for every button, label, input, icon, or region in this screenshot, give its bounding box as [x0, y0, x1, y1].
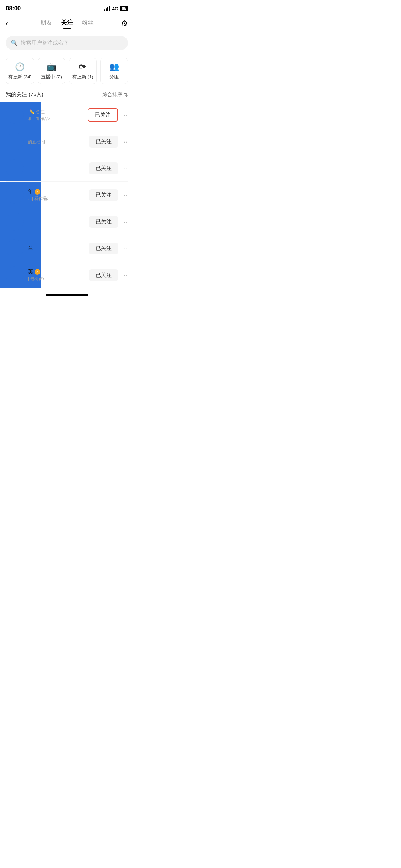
search-placeholder: 搜索用户备注或名字 — [21, 40, 69, 46]
list-item: 英 ✓ | 进橱窗› 已关注 ··· — [0, 262, 134, 288]
filter-card-updates[interactable]: 🕐 有更新 (34) — [6, 58, 34, 84]
follow-button[interactable]: 已关注 — [88, 108, 118, 122]
avatar — [6, 239, 24, 257]
user-item-7: 英 ✓ | 进橱窗› 已关注 ··· — [0, 262, 134, 288]
avatar — [6, 159, 24, 177]
avatar — [6, 213, 24, 231]
user-info: 英 ✓ | 进橱窗› — [28, 268, 85, 282]
action-row: 已关注 ··· — [89, 162, 128, 174]
user-name-row: ✏️ 备注 — [28, 108, 83, 115]
signal-icon — [104, 6, 110, 11]
nav-tabs: 朋友 关注 粉丝 — [17, 19, 117, 28]
more-button[interactable]: ··· — [121, 244, 128, 253]
action-row: 已关注 ··· — [89, 216, 128, 228]
avatar — [6, 186, 24, 204]
network-label: 4G — [112, 6, 118, 11]
user-info — [28, 168, 85, 169]
user-item-3: 已关注 ··· — [0, 155, 134, 181]
note-row: ✏️ 备注 — [29, 109, 45, 115]
filter-cards: 🕐 有更新 (34) 📺 直播中 (2) 🛍 有上新 (1) 👥 分组 — [0, 53, 134, 88]
back-button[interactable]: ‹ — [6, 19, 17, 28]
follow-button[interactable]: 已关注 — [89, 136, 118, 148]
user-meta: 的直播间… — [28, 139, 85, 145]
more-button[interactable]: ··· — [121, 218, 128, 226]
clock-icon: 🕐 — [15, 62, 25, 72]
filter-card-group[interactable]: 👥 分组 — [100, 58, 128, 84]
filter-label-group: 分组 — [109, 74, 119, 80]
user-item-5: 已关注 ··· — [0, 208, 134, 235]
follows-header: 我的关注 (76人) 综合排序 ⇅ — [0, 88, 134, 102]
avatar — [6, 266, 24, 284]
follow-button[interactable]: 已关注 — [89, 189, 118, 201]
more-button[interactable]: ··· — [121, 138, 128, 146]
follow-button[interactable]: 已关注 — [89, 243, 118, 254]
user-info: 兰 — [28, 245, 85, 252]
sort-label-text: 综合排序 — [102, 92, 122, 98]
shop-icon: 🛍 — [79, 62, 87, 72]
user-info — [28, 221, 85, 222]
sort-icon: ⇅ — [124, 92, 128, 98]
more-button[interactable]: ··· — [121, 164, 128, 172]
user-name-row: 年 ✓ — [28, 188, 85, 195]
user-item-1: ✏️ 备注 看 | 看作品› 已关注 ··· — [0, 102, 134, 128]
follow-button[interactable]: 已关注 — [89, 269, 118, 281]
edit-icon: ✏️ — [29, 109, 35, 114]
more-button[interactable]: ··· — [121, 111, 128, 119]
user-meta: | 进橱窗› — [28, 276, 85, 282]
follows-count: 我的关注 (76人) — [6, 91, 43, 98]
tab-following[interactable]: 关注 — [61, 19, 73, 28]
user-meta: …| 看作品› — [28, 196, 85, 202]
search-bar[interactable]: 🔍 搜索用户备注或名字 — [6, 36, 128, 50]
list-item: 已关注 ··· — [0, 155, 134, 181]
action-row: 已关注 ··· — [89, 269, 128, 281]
tab-fans[interactable]: 粉丝 — [82, 19, 94, 28]
see-works[interactable]: 看作品› — [34, 196, 48, 201]
list-item: 兰 已关注 ··· — [0, 235, 134, 262]
user-name: 兰 — [28, 245, 33, 252]
search-icon: 🔍 — [11, 40, 18, 46]
more-button[interactable]: ··· — [121, 191, 128, 199]
action-row: 已关注 ··· — [89, 189, 128, 201]
nav-header: ‹ 朋友 关注 粉丝 ⚙ — [0, 16, 134, 32]
tab-friends[interactable]: 朋友 — [40, 19, 52, 28]
live-icon: 📺 — [47, 62, 56, 72]
home-indicator — [46, 294, 88, 296]
avatar — [6, 133, 24, 150]
filter-card-live[interactable]: 📺 直播中 (2) — [38, 58, 66, 84]
user-list: ✏️ 备注 看 | 看作品› 已关注 ··· 的直播间… — [0, 102, 134, 288]
user-info: 的直播间… — [28, 138, 85, 145]
filter-label-live: 直播中 (2) — [41, 74, 62, 80]
action-row: 已关注 ··· — [89, 243, 128, 254]
list-item: 年 ✓ …| 看作品› 已关注 ··· — [0, 182, 134, 208]
list-item: ✏️ 备注 看 | 看作品› 已关注 ··· — [0, 102, 134, 128]
verified-badge: ✓ — [35, 189, 40, 195]
avatar — [6, 106, 24, 124]
list-item: 的直播间… 已关注 ··· — [0, 128, 134, 155]
user-name-row: 英 ✓ — [28, 268, 85, 275]
action-row: 已关注 ··· — [89, 136, 128, 148]
verified-badge: ✓ — [35, 269, 40, 275]
user-name: 年 — [28, 188, 33, 195]
user-item-2: 的直播间… 已关注 ··· — [0, 128, 134, 155]
action-row: 已关注 ··· — [88, 108, 128, 122]
battery-badge: 95 — [120, 6, 128, 11]
user-meta: 看 | 看作品› — [28, 116, 83, 122]
status-time: 08:00 — [6, 5, 21, 12]
filter-card-new[interactable]: 🛍 有上新 (1) — [69, 58, 97, 84]
follow-button[interactable]: 已关注 — [89, 162, 118, 174]
user-info: 年 ✓ …| 看作品› — [28, 188, 85, 202]
enter-shop[interactable]: 进橱窗› — [30, 276, 44, 281]
note-label: 备注 — [36, 109, 45, 115]
see-works[interactable]: 看作品› — [36, 116, 50, 121]
follow-button[interactable]: 已关注 — [89, 216, 118, 228]
more-button[interactable]: ··· — [121, 271, 128, 279]
user-item-6: 兰 已关注 ··· — [0, 235, 134, 262]
status-icons: 4G 95 — [104, 6, 128, 11]
settings-button[interactable]: ⚙ — [117, 19, 128, 28]
list-item: 已关注 ··· — [0, 208, 134, 235]
user-item-4: 年 ✓ …| 看作品› 已关注 ··· — [0, 182, 134, 208]
status-bar: 08:00 4G 95 — [0, 0, 134, 16]
sort-button[interactable]: 综合排序 ⇅ — [102, 92, 128, 98]
filter-label-updates: 有更新 (34) — [8, 74, 32, 80]
group-icon: 👥 — [109, 62, 119, 72]
